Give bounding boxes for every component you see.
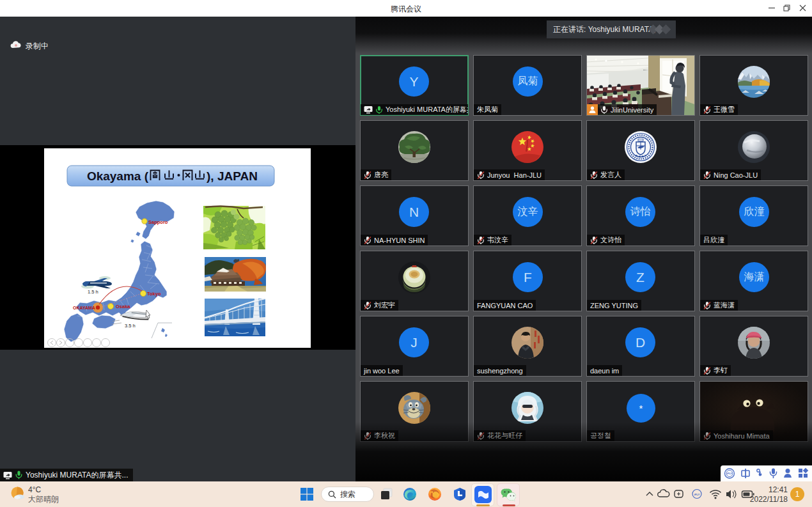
svg-text:Tokyo: Tokyo xyxy=(147,291,161,297)
svg-text:Osaka: Osaka xyxy=(116,304,130,309)
svg-text:iFLY: iFLY xyxy=(727,472,733,475)
svg-text:), JAPAN: ), JAPAN xyxy=(207,169,258,183)
svg-text:OKAYAMA: OKAYAMA xyxy=(73,306,95,310)
svg-text:Sapporo: Sapporo xyxy=(148,219,168,225)
svg-text:1.5 h: 1.5 h xyxy=(88,289,98,295)
svg-text:iFLY: iFLY xyxy=(694,493,699,496)
svg-text:3.5 h: 3.5 h xyxy=(125,323,136,329)
svg-text:Okayama (: Okayama ( xyxy=(87,169,149,183)
